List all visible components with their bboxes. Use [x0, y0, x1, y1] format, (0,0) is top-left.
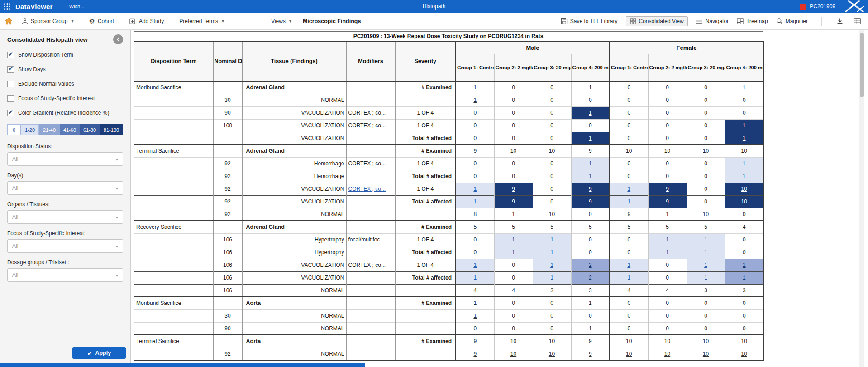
- value-cell[interactable]: 10: [725, 195, 763, 208]
- value-cell[interactable]: 1: [610, 195, 648, 208]
- value-cell[interactable]: 3: [533, 284, 571, 297]
- value-cell[interactable]: 4: [494, 284, 533, 297]
- value-cell[interactable]: 10: [610, 348, 648, 360]
- value-cell[interactable]: 4: [456, 284, 494, 297]
- value-cell[interactable]: 2: [571, 271, 610, 284]
- value-cell[interactable]: 4: [648, 284, 687, 297]
- value-cell[interactable]: 1: [456, 259, 494, 271]
- checked-checkbox-icon[interactable]: [7, 66, 14, 73]
- value-cell[interactable]: 1: [725, 157, 763, 170]
- value-cell[interactable]: 1: [533, 233, 571, 246]
- value-cell[interactable]: 1: [725, 259, 763, 271]
- value-cell[interactable]: 4: [610, 284, 648, 297]
- unchecked-checkbox-icon[interactable]: [7, 95, 14, 102]
- value-cell[interactable]: 2: [571, 259, 610, 271]
- checked-checkbox-icon[interactable]: [7, 52, 14, 58]
- value-cell[interactable]: 9: [456, 348, 494, 360]
- value-cell[interactable]: 1: [687, 259, 725, 271]
- filter-select-day-s[interactable]: All▾: [7, 181, 123, 195]
- value-cell[interactable]: 10: [687, 348, 725, 360]
- checkbox-show-disposition-term[interactable]: Show Disposition Term: [7, 52, 123, 58]
- value-cell[interactable]: 1: [610, 183, 648, 195]
- value-cell[interactable]: 1: [456, 94, 494, 106]
- value-cell[interactable]: 1: [648, 246, 687, 259]
- value-cell[interactable]: 9: [648, 195, 687, 208]
- value-cell[interactable]: 1: [533, 271, 571, 284]
- value-cell[interactable]: 1: [725, 132, 763, 145]
- views-dropdown[interactable]: Views ▾: [271, 17, 291, 26]
- value-cell[interactable]: 1: [571, 132, 610, 145]
- value-cell[interactable]: 1: [571, 157, 610, 170]
- value-cell[interactable]: 10: [533, 208, 571, 221]
- value-cell[interactable]: 1: [456, 183, 494, 195]
- value-cell[interactable]: 10: [494, 348, 533, 360]
- value-cell[interactable]: 3: [571, 284, 610, 297]
- value-cell[interactable]: 1: [494, 233, 533, 246]
- value-cell[interactable]: 3: [687, 284, 725, 297]
- toolbar-sponsor-group[interactable]: Sponsor Group▾: [22, 17, 73, 26]
- value-cell[interactable]: 1: [648, 208, 687, 221]
- filter-select-dosage-groups-trialset[interactable]: All▾: [7, 268, 123, 282]
- value-cell[interactable]: 3: [725, 284, 763, 297]
- value-cell[interactable]: 10: [725, 183, 763, 195]
- toolbar-preferred-terms[interactable]: Preferred Terms▾: [179, 17, 224, 26]
- value-cell[interactable]: 1: [571, 170, 610, 183]
- checkbox-focus-of-study-specific-interest[interactable]: Focus of Study-Specific Interest: [7, 95, 123, 102]
- value-cell[interactable]: 1: [725, 119, 763, 132]
- vertical-scrollbar[interactable]: [859, 30, 864, 367]
- scrollbar-thumb[interactable]: [860, 33, 864, 97]
- value-cell[interactable]: 1: [648, 233, 687, 246]
- value-cell[interactable]: 1: [687, 233, 725, 246]
- filter-select-focus-of-study-specific-interest[interactable]: All▾: [7, 239, 123, 253]
- value-cell[interactable]: 10: [687, 208, 725, 221]
- value-cell[interactable]: 9: [494, 183, 533, 195]
- value-cell[interactable]: 1: [533, 246, 571, 259]
- i-wish-link[interactable]: I Wish...: [67, 4, 85, 9]
- toolbar-consolidated-view[interactable]: Consolidated View: [626, 16, 688, 26]
- apps-grid-icon[interactable]: [4, 3, 11, 10]
- collapse-panel-button[interactable]: [113, 34, 123, 44]
- checkbox-show-days[interactable]: Show Days: [7, 66, 123, 73]
- value-cell[interactable]: 1: [494, 246, 533, 259]
- value-cell[interactable]: 9: [571, 183, 610, 195]
- checkbox-color-gradient-relative-incidence[interactable]: Color Gradient (Relative Incidence %): [7, 110, 123, 116]
- value-cell[interactable]: 8: [456, 208, 494, 221]
- toolbar-save-to-tfl-library[interactable]: Save to TFL Library: [561, 16, 618, 26]
- value-cell[interactable]: 10: [533, 348, 571, 360]
- value-cell[interactable]: 1: [533, 259, 571, 271]
- value-cell[interactable]: 1: [571, 106, 610, 119]
- value-cell[interactable]: 1: [610, 271, 648, 284]
- value-cell[interactable]: 9: [610, 208, 648, 221]
- toolbar-navigator[interactable]: Navigator: [696, 17, 729, 26]
- value-cell[interactable]: 9: [494, 195, 533, 208]
- unchecked-checkbox-icon[interactable]: [7, 81, 14, 87]
- value-cell[interactable]: 9: [571, 348, 610, 360]
- value-cell[interactable]: 1: [610, 259, 648, 271]
- value-cell[interactable]: 1: [456, 195, 494, 208]
- toolbar-treemap[interactable]: Treemap: [737, 17, 768, 26]
- data-table-icon-button[interactable]: [853, 17, 862, 25]
- modifiers-cell[interactable]: CORTEX ; co...: [346, 183, 395, 195]
- value-cell[interactable]: 1: [687, 246, 725, 259]
- value-cell[interactable]: 10: [648, 348, 687, 360]
- toolbar-add-study[interactable]: Add Study: [129, 17, 164, 26]
- toolbar-magnifier[interactable]: Magnifier: [776, 16, 808, 26]
- apply-button[interactable]: ✔ Apply: [72, 347, 126, 359]
- value-cell[interactable]: 1: [494, 208, 533, 221]
- value-cell[interactable]: 1: [571, 322, 610, 335]
- filter-select-organs-tissues[interactable]: All▾: [7, 210, 123, 224]
- value-cell[interactable]: 1: [725, 170, 763, 183]
- value-cell[interactable]: 1: [687, 271, 725, 284]
- home-button[interactable]: [5, 17, 13, 25]
- value-cell[interactable]: 9: [571, 195, 610, 208]
- checked-checkbox-icon[interactable]: [7, 110, 14, 116]
- download-icon-button[interactable]: [835, 17, 844, 25]
- value-cell[interactable]: 1: [456, 271, 494, 284]
- value-cell[interactable]: 9: [648, 183, 687, 195]
- checkbox-exclude-normal-values[interactable]: Exclude Normal Values: [7, 81, 123, 87]
- filter-select-disposition-status[interactable]: All▾: [7, 152, 123, 166]
- value-cell[interactable]: 1: [725, 271, 763, 284]
- value-cell[interactable]: 1: [456, 309, 494, 322]
- toolbar-cohort[interactable]: ⚙Cohort: [89, 16, 114, 26]
- value-cell[interactable]: 10: [725, 348, 763, 360]
